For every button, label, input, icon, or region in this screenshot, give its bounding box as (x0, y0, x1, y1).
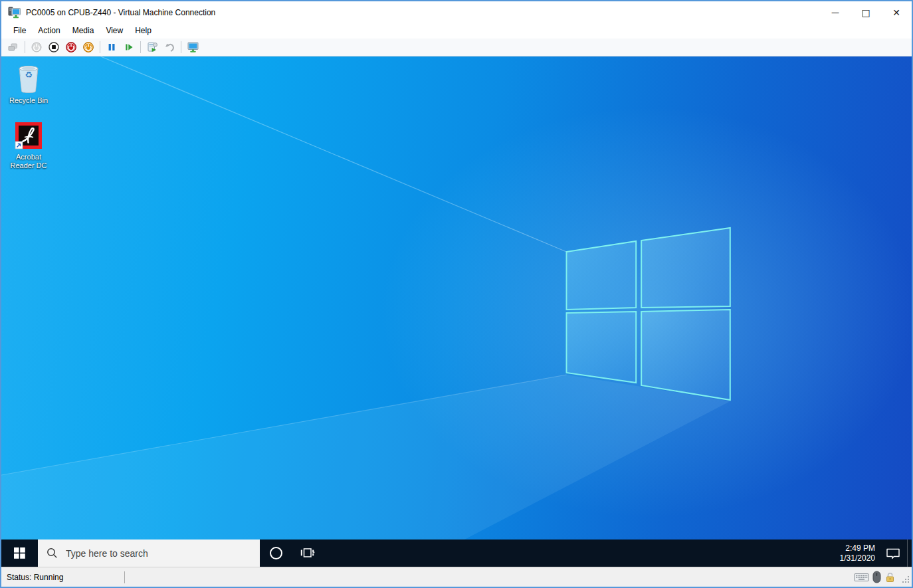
title-bar: PC0005 on CPUB-Z440 - Virtual Machine Co… (1, 1, 912, 23)
shutdown-power-icon (65, 41, 77, 53)
clock-date: 1/31/2020 (840, 553, 875, 563)
taskbar-empty-space (324, 539, 833, 567)
action-center-button[interactable] (879, 539, 907, 567)
start-icon (14, 547, 25, 559)
menu-bar: File Action Media View Help (1, 23, 912, 39)
cortana-button[interactable] (260, 539, 292, 567)
toolbar-separator (25, 41, 25, 53)
maximize-button[interactable]: □ (851, 1, 881, 23)
enhanced-session-button[interactable] (184, 39, 201, 55)
vm-status-text: Status: Running (7, 573, 124, 582)
resize-grip[interactable] (901, 575, 910, 583)
window-controls: — □ ✕ (820, 1, 912, 23)
svg-text:♻: ♻ (25, 70, 33, 80)
toolbar (1, 39, 912, 56)
desktop-icon-label: Recycle Bin (9, 96, 48, 105)
task-view-icon (300, 547, 315, 559)
checkpoint-icon (146, 41, 158, 53)
desktop-icon-recycle-bin[interactable]: ♻ Recycle Bin (7, 63, 51, 105)
menu-help[interactable]: Help (129, 24, 157, 38)
keyboard-keys-icon (7, 41, 19, 53)
show-desktop-button[interactable] (907, 539, 912, 567)
vm-desktop: ♻ Recycle Bin Acrobat Reader DC (1, 56, 912, 567)
pause-icon (106, 41, 118, 53)
window-title: PC0005 on CPUB-Z440 - Virtual Machine Co… (26, 8, 820, 17)
turn-off-button[interactable] (45, 39, 62, 55)
desktop-icon-label: Acrobat Reader DC (7, 153, 51, 170)
light-ray (101, 56, 567, 252)
enhanced-session-monitor-icon (187, 41, 199, 53)
taskbar: 2:49 PM 1/31/2020 (1, 539, 912, 567)
start-vm-button (28, 39, 45, 55)
minimize-button[interactable]: — (820, 1, 851, 23)
pause-button[interactable] (103, 39, 120, 55)
action-center-icon (886, 547, 900, 559)
recycle-bin-icon: ♻ (15, 63, 43, 94)
menu-view[interactable]: View (100, 24, 129, 38)
search-input[interactable] (64, 547, 240, 559)
start-power-icon (31, 41, 43, 53)
checkpoint-button[interactable] (144, 39, 161, 55)
desktop-icon-acrobat-reader[interactable]: Acrobat Reader DC (7, 121, 51, 170)
cortana-icon (270, 547, 282, 559)
vm-connection-window: PC0005 on CPUB-Z440 - Virtual Machine Co… (0, 0, 913, 588)
toolbar-separator (140, 41, 141, 53)
light-beam (1, 375, 730, 567)
toolbar-separator (181, 41, 181, 53)
start-button[interactable] (1, 539, 38, 567)
status-bar-separator (124, 571, 125, 583)
menu-media[interactable]: Media (66, 24, 100, 38)
clock-time: 2:49 PM (845, 543, 875, 553)
windows-logo (567, 228, 730, 400)
save-power-icon (82, 41, 94, 53)
ctrl-alt-delete-button (5, 39, 22, 55)
taskbar-clock[interactable]: 2:49 PM 1/31/2020 (833, 539, 879, 567)
acrobat-reader-icon (14, 121, 43, 150)
vm-connection-icon[interactable] (7, 6, 21, 19)
save-state-button[interactable] (80, 39, 97, 55)
search-icon (47, 547, 58, 559)
close-button[interactable]: ✕ (881, 1, 912, 23)
menu-action[interactable]: Action (32, 24, 66, 38)
keyboard-icon (854, 572, 869, 582)
reset-play-icon (123, 41, 135, 53)
stop-icon (48, 41, 60, 53)
revert-undo-icon (163, 41, 175, 53)
taskbar-search[interactable] (38, 539, 260, 567)
shut-down-button[interactable] (62, 39, 80, 55)
reset-button[interactable] (120, 39, 138, 55)
status-bar: Status: Running (1, 567, 912, 587)
unlock-icon (884, 571, 896, 583)
toolbar-separator (100, 41, 100, 53)
desktop-icon-area: ♻ Recycle Bin Acrobat Reader DC (7, 63, 51, 186)
windows-wallpaper (1, 56, 912, 567)
status-bar-indicators (854, 571, 910, 583)
shortcut-arrow-icon (15, 142, 23, 149)
mouse-icon (872, 571, 881, 583)
task-view-button[interactable] (292, 539, 324, 567)
revert-button (161, 39, 178, 55)
menu-file[interactable]: File (7, 24, 32, 38)
